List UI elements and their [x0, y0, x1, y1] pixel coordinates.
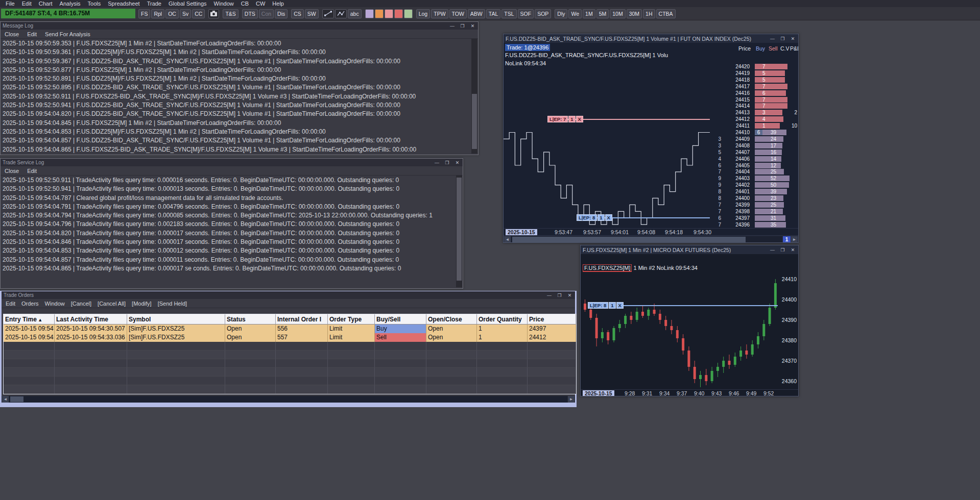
menu-trade[interactable]: Trade — [144, 0, 165, 7]
dom-price-level-row[interactable]: 82440023 — [711, 195, 798, 202]
toolbar-color-swatch-button[interactable] — [394, 9, 403, 18]
toolbar-button-log[interactable]: Log — [416, 9, 431, 18]
menu-send-held[interactable]: [Send Held] — [158, 301, 187, 307]
buy-order-marker-label[interactable]: L|EP: 81X — [588, 302, 624, 309]
dom-price-level-row[interactable]: 24410639 — [711, 129, 798, 136]
toolbar-button-oc[interactable]: OC — [165, 9, 179, 18]
toolbar-color-swatch-button[interactable] — [404, 9, 413, 18]
menu-edit[interactable]: Edit — [27, 31, 37, 37]
dom-price-level-row[interactable]: 24411110 — [711, 122, 798, 129]
toolbar-button-we[interactable]: We — [568, 9, 582, 18]
dom-maximize-button[interactable]: ❐ — [779, 35, 786, 42]
message-log-close-button[interactable]: ✕ — [469, 22, 476, 30]
orders-column-header-order-quantity[interactable]: Order Quantity — [477, 314, 528, 324]
dom-minimize-button[interactable]: — — [769, 35, 776, 42]
toolbar-button-rpl[interactable]: Rpl — [151, 9, 164, 18]
message-log-minimize-button[interactable]: — — [449, 22, 456, 30]
toolbar-camera-icon[interactable] — [208, 9, 219, 18]
message-log-maximize-button[interactable]: ❐ — [459, 22, 466, 30]
dom-titlebar[interactable]: F.US.DDZ25-BID_ASK_TRADE_SYNC/F.US.FDXSZ… — [504, 34, 798, 43]
toolbar-button-sof[interactable]: SOF — [518, 9, 534, 18]
toolbar-button-tal[interactable]: TAL — [486, 9, 500, 18]
toolbar-trendline-icon[interactable] — [322, 9, 334, 18]
toolbar-button-10m[interactable]: 10M — [610, 9, 625, 18]
orders-column-header-price[interactable]: Price — [528, 314, 576, 324]
scroll-right-arrow[interactable]: ► — [568, 396, 575, 403]
orders-column-header-order-type[interactable]: Order Type — [328, 314, 375, 324]
menu-edit[interactable]: Edit — [18, 0, 35, 7]
toolbar-button-abc[interactable]: abc — [348, 9, 362, 18]
dom-price-level-row[interactable]: 244207 — [711, 63, 798, 70]
toolbar-color-swatch-button[interactable] — [365, 9, 374, 18]
menu-close[interactable]: Close — [5, 168, 19, 174]
toolbar-button-sv[interactable]: Sv — [180, 9, 191, 18]
toolbar-color-swatch-button[interactable] — [385, 9, 393, 18]
candle-chart-titlebar[interactable]: F.US.FDXSZ25[M] 1 Min #2 | MICRO DAX FUT… — [581, 245, 798, 254]
trade-orders-titlebar[interactable]: Trade Orders — ❐ ✕ — [2, 291, 575, 299]
trade-service-log-minimize-button[interactable]: — — [434, 159, 440, 166]
cancel-order-button[interactable]: X — [605, 214, 612, 221]
dom-price-level-row[interactable]: 42440614 — [711, 156, 798, 162]
toolbar-button-tsl[interactable]: TSL — [501, 9, 516, 18]
toolbar-button-con[interactable]: Con — [259, 9, 274, 18]
dom-price-level-row[interactable]: 72439821 — [711, 208, 798, 215]
scroll-left-arrow[interactable]: ◄ — [2, 396, 9, 403]
dom-price-level-row[interactable]: 82440139 — [711, 188, 798, 195]
candle-chart-minimize-button[interactable]: — — [769, 246, 776, 254]
toolbar-button-t-s[interactable]: T&S — [223, 9, 238, 18]
scrollbar-thumb[interactable] — [10, 396, 23, 402]
dom-price-level-row[interactable]: 62439731 — [711, 215, 798, 221]
toolbar-button-1m[interactable]: 1M — [583, 9, 595, 18]
menu-edit[interactable]: Edit — [27, 168, 37, 174]
orders-column-header-buy-sell[interactable]: Buy/Sell — [375, 314, 426, 324]
scroll-left-arrow[interactable]: ◄ — [504, 236, 511, 242]
trade-service-log-close-button[interactable]: ✕ — [454, 159, 461, 166]
dom-price-level-row[interactable]: 62440512 — [711, 162, 798, 169]
menu-edit[interactable]: Edit — [6, 301, 15, 307]
trade-orders-maximize-button[interactable]: ❐ — [556, 292, 563, 299]
toolbar-button-tpw[interactable]: TPW — [431, 9, 448, 18]
toolbar-button-fs[interactable]: FS — [138, 9, 150, 18]
dom-price-level-row[interactable]: 72439925 — [711, 202, 798, 208]
dom-price-level-row[interactable]: 244124 — [711, 116, 798, 122]
menu-analysis[interactable]: Analysis — [56, 0, 84, 7]
dom-price-level-row[interactable]: 32440924 — [711, 136, 798, 142]
dom-price-level-row[interactable]: 32440817 — [711, 142, 798, 149]
menu-cw[interactable]: CW — [252, 0, 269, 7]
menu-orders[interactable]: Orders — [21, 301, 39, 307]
trade-service-log-scrollbar[interactable] — [456, 176, 462, 287]
sell-order-marker-label[interactable]: L|EP: 71X — [547, 116, 583, 122]
menu-modify[interactable]: [Modify] — [132, 301, 152, 307]
toolbar-button-ctba[interactable]: CTBA — [656, 9, 676, 18]
toolbar-button-cc[interactable]: CC — [192, 9, 205, 18]
trade-service-log-titlebar[interactable]: Trade Service Log — ❐ ✕ — [1, 159, 463, 166]
menu-spreadsheet[interactable]: Spreadsheet — [104, 0, 143, 7]
toolbar-button-sw[interactable]: SW — [305, 9, 319, 18]
menu-cb[interactable]: CB — [237, 0, 252, 7]
scroll-right-arrow[interactable]: ► — [791, 236, 798, 242]
trade-service-log-maximize-button[interactable]: ❐ — [444, 159, 450, 166]
buy-order-marker-label[interactable]: L|EP: 81X — [577, 214, 612, 221]
dom-close-button[interactable]: ✕ — [790, 35, 796, 42]
orders-column-header-open-close[interactable]: Open/Close — [426, 314, 477, 324]
toolbar-button-dly[interactable]: Dly — [555, 9, 567, 18]
toolbar-button-5m[interactable]: 5M — [596, 9, 609, 18]
menu-window[interactable]: Window — [210, 0, 237, 7]
trade-orders-hscroll[interactable]: ◄ ► — [2, 396, 575, 403]
orders-column-header-entry-time[interactable]: Entry Time ▲ — [4, 314, 55, 324]
menu-window[interactable]: Window — [45, 301, 65, 307]
candle-chart-close-button[interactable]: ✕ — [790, 246, 796, 254]
toolbar-button-sop[interactable]: SOP — [535, 9, 551, 18]
orders-column-header-internal-order-i[interactable]: Internal Order I — [276, 314, 328, 324]
toolbar-color-swatch-button[interactable] — [375, 9, 384, 18]
message-log-scrollbar[interactable] — [471, 39, 477, 154]
dom-price-level-row[interactable]: 92440250 — [711, 182, 798, 188]
menu-send-for-analysis[interactable]: Send For Analysis — [45, 31, 90, 37]
dom-price-level-row[interactable]: 244147 — [711, 103, 798, 109]
scrollbar-thumb[interactable] — [472, 94, 477, 149]
menu-global-settings[interactable]: Global Settings — [165, 0, 210, 7]
toolbar-button-cs[interactable]: CS — [291, 9, 304, 18]
dom-price-level-row[interactable]: 72439635 — [711, 221, 798, 228]
cancel-order-button[interactable]: X — [616, 302, 624, 309]
scrollbar-thumb[interactable] — [457, 178, 462, 280]
